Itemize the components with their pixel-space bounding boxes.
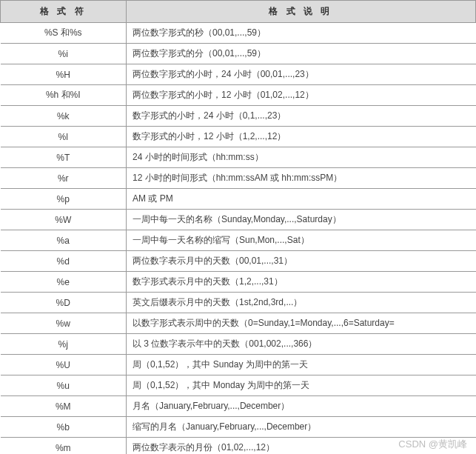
format-description: 以 3 位数字表示年中的天数（001,002,...,366） [127,334,476,355]
format-symbol: %r [1,168,127,189]
format-description: 12 小时的时间形式（hh:mm:ssAM 或 hh:mm:ssPM） [127,168,476,189]
format-symbol: %W [1,210,127,230]
header-symbol: 格 式 符 [1,1,127,23]
table-row: %l数字形式的小时，12 小时（1,2,...,12） [1,127,476,147]
table-row: %h 和%I两位数字形式的小时，12 小时（01,02,...,12） [1,85,476,106]
table-row: %b缩写的月名（January,February,...,December） [1,417,476,438]
format-symbol: %u [1,375,127,396]
format-symbol: %m [1,438,127,455]
format-description: 以数字形式表示周中的天数（0=Sunday,1=Monday,...,6=Sat… [127,313,476,334]
table-row: %T24 小时的时间形式（hh:mm:ss） [1,147,476,168]
table-row: %H两位数字形式的小时，24 小时（00,01,...,23） [1,64,476,85]
table-row: %e数字形式表示月中的天数（1,2,...,31） [1,272,476,293]
table-row: %w以数字形式表示周中的天数（0=Sunday,1=Monday,...,6=S… [1,313,476,334]
format-description: AM 或 PM [127,189,476,210]
format-description: 缩写的月名（January,February,...,December） [127,417,476,438]
format-symbol: %j [1,334,127,355]
table-row: %a一周中每一天名称的缩写（Sun,Mon,...,Sat） [1,230,476,251]
format-description: 月名（January,February,...,December） [127,396,476,417]
table-row: %S 和%s两位数字形式的秒（00,01,...,59） [1,23,476,44]
format-description: 两位数字表示月中的天数（00,01,...,31） [127,251,476,272]
format-description: 周（0,1,52），其中 Monday 为周中的第一天 [127,375,476,396]
format-symbol: %d [1,251,127,272]
table-row: %M月名（January,February,...,December） [1,396,476,417]
table-row: %r12 小时的时间形式（hh:mm:ssAM 或 hh:mm:ssPM） [1,168,476,189]
format-symbol: %p [1,189,127,210]
format-symbol: %l [1,127,127,147]
format-symbol: %S 和%s [1,23,127,44]
format-symbol: %k [1,106,127,127]
header-row: 格 式 符 格 式 说 明 [1,1,476,23]
format-symbol: %b [1,417,127,438]
format-description: 两位数字形式的小时，12 小时（01,02,...,12） [127,85,476,106]
format-description: 数字形式表示月中的天数（1,2,...,31） [127,272,476,293]
format-description: 数字形式的小时，24 小时（0,1,...,23） [127,106,476,127]
table-row: %D英文后缀表示月中的天数（1st,2nd,3rd,...） [1,293,476,313]
watermark: CSDN @黄凯峰 [398,438,467,451]
format-description: 一周中每一天的名称（Sunday,Monday,...,Saturday） [127,210,476,230]
format-symbol: %h 和%I [1,85,127,106]
format-symbol: %T [1,147,127,168]
format-symbol: %D [1,293,127,313]
format-description: 两位数字形式的分（00,01,...,59） [127,44,476,64]
table-row: %U周（0,1,52），其中 Sunday 为周中的第一天 [1,355,476,375]
table-body: %S 和%s两位数字形式的秒（00,01,...,59）%i两位数字形式的分（0… [1,23,476,455]
table-row: %i两位数字形式的分（00,01,...,59） [1,44,476,64]
format-symbol: %w [1,313,127,334]
format-description: 周（0,1,52），其中 Sunday 为周中的第一天 [127,355,476,375]
table-row: %d两位数字表示月中的天数（00,01,...,31） [1,251,476,272]
format-description: 两位数字形式的小时，24 小时（00,01,...,23） [127,64,476,85]
format-description: 英文后缀表示月中的天数（1st,2nd,3rd,...） [127,293,476,313]
table-row: %pAM 或 PM [1,189,476,210]
table-row: %j以 3 位数字表示年中的天数（001,002,...,366） [1,334,476,355]
format-symbol: %M [1,396,127,417]
format-symbol: %U [1,355,127,375]
format-symbol: %i [1,44,127,64]
format-table: 格 式 符 格 式 说 明 %S 和%s两位数字形式的秒（00,01,...,5… [0,0,476,454]
format-symbol: %H [1,64,127,85]
format-description: 一周中每一天名称的缩写（Sun,Mon,...,Sat） [127,230,476,251]
table-row: %k数字形式的小时，24 小时（0,1,...,23） [1,106,476,127]
header-description: 格 式 说 明 [127,1,476,23]
table-row: %u周（0,1,52），其中 Monday 为周中的第一天 [1,375,476,396]
format-description: 两位数字形式的秒（00,01,...,59） [127,23,476,44]
format-description: 24 小时的时间形式（hh:mm:ss） [127,147,476,168]
format-symbol: %a [1,230,127,251]
format-description: 数字形式的小时，12 小时（1,2,...,12） [127,127,476,147]
table-row: %W一周中每一天的名称（Sunday,Monday,...,Saturday） [1,210,476,230]
format-symbol: %e [1,272,127,293]
